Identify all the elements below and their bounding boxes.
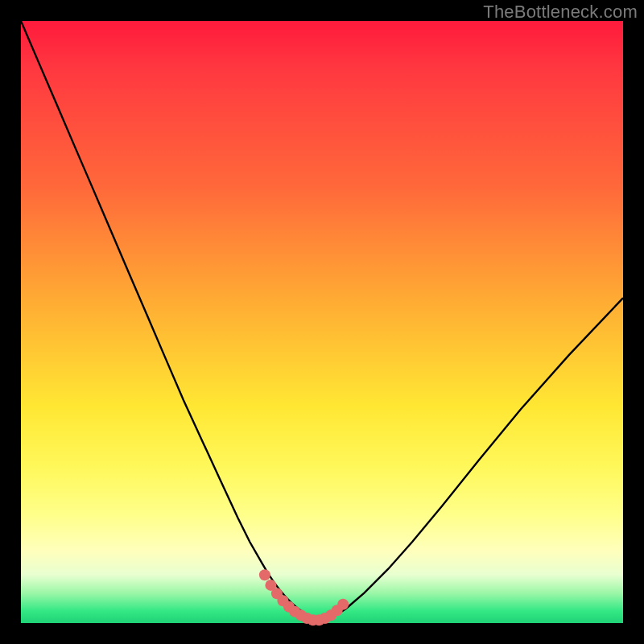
plot-area <box>21 21 623 623</box>
bottleneck-curve <box>21 21 623 621</box>
watermark-text: TheBottleneck.com <box>483 2 638 23</box>
outer-frame: TheBottleneck.com <box>0 0 644 644</box>
marker-dot <box>337 599 349 610</box>
marker-dot <box>259 569 270 580</box>
bottom-markers-group <box>259 569 349 625</box>
curve-svg <box>21 21 623 623</box>
